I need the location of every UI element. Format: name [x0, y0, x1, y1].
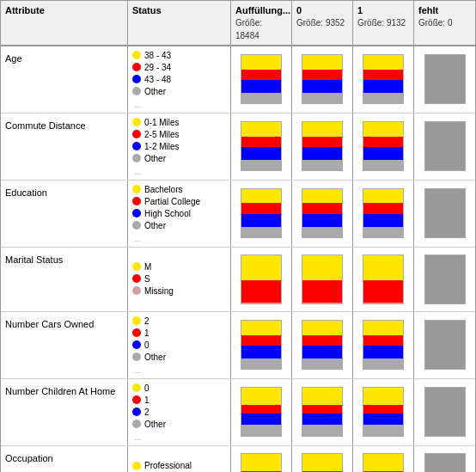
cell-fehlt — [414, 113, 475, 180]
cell-attribute: Age — [1, 46, 128, 113]
status-item: 0-1 Miles — [132, 117, 226, 128]
status-dot — [132, 420, 141, 428]
cell-fehlt — [414, 312, 475, 378]
cell-bar-0 — [231, 379, 292, 445]
status-label: Other — [144, 220, 166, 231]
cell-status: 0 1 2 Other ... — [128, 379, 231, 445]
status-label: Missing — [144, 285, 174, 297]
status-label: 0-1 Miles — [144, 117, 180, 128]
status-item: Other — [132, 86, 226, 97]
status-item: 2 — [132, 407, 226, 418]
cell-bar-2 — [353, 312, 414, 378]
status-dot — [132, 340, 141, 349]
cell-bar-2 — [353, 379, 414, 445]
cell-bar-1 — [292, 181, 353, 247]
status-item: Other — [132, 352, 226, 363]
status-item: Other — [132, 220, 226, 231]
status-label: 0 — [144, 340, 150, 351]
status-dot — [132, 130, 141, 138]
cell-status: 0-1 Miles 2-5 Miles 1-2 Miles Other ... — [128, 113, 231, 180]
cell-bar-0 — [231, 312, 292, 378]
status-dot — [132, 142, 141, 150]
cell-status: 2 1 0 Other ... — [128, 312, 231, 378]
status-dot — [132, 328, 141, 337]
main-table: Attribute Status Auffüllung... Größe: 18… — [0, 0, 476, 472]
status-label: 1 — [144, 328, 150, 339]
status-dot — [132, 197, 141, 205]
status-item: 43 - 48 — [132, 74, 226, 85]
status-label: Other — [144, 153, 166, 164]
header-col-1: 1 Größe: 9132 — [353, 1, 414, 45]
cell-fehlt — [414, 446, 475, 472]
cell-attribute: Commute Distance — [1, 113, 128, 180]
status-label: 29 - 34 — [144, 62, 171, 73]
status-dot — [132, 221, 141, 230]
status-label: 2 — [144, 316, 150, 327]
status-item: 2-5 Miles — [132, 129, 226, 140]
cell-bar-1 — [292, 379, 353, 445]
status-label: 2-5 Miles — [144, 129, 180, 140]
status-item: 0 — [132, 340, 226, 351]
status-dot — [132, 63, 141, 71]
cell-bar-2 — [353, 113, 414, 180]
table-row: Commute Distance 0-1 Miles 2-5 Miles 1-2… — [1, 113, 475, 181]
cell-bar-0 — [231, 248, 292, 311]
status-label: S — [144, 273, 150, 285]
table-row: Marital Status M S Missing — [1, 248, 475, 312]
cell-bar-1 — [292, 113, 353, 180]
header-status: Status — [128, 1, 231, 45]
status-label: 2 — [144, 407, 150, 418]
status-label: Professional — [144, 460, 192, 471]
status-item: 1-2 Miles — [132, 141, 226, 152]
status-dot — [132, 274, 141, 283]
header-col-auffuellung: Auffüllung... Größe: 18484 — [231, 1, 292, 45]
cell-bar-0 — [231, 113, 292, 180]
table-row: Education Bachelors Partial College High… — [1, 181, 475, 248]
cell-bar-1 — [292, 248, 353, 311]
status-label: 43 - 48 — [144, 74, 171, 85]
cell-bar-2 — [353, 46, 414, 113]
status-dot — [132, 383, 141, 392]
status-label: Other — [144, 352, 166, 363]
ellipsis: ... — [132, 234, 226, 243]
status-label: High School — [144, 208, 191, 219]
ellipsis: ... — [132, 100, 226, 109]
status-label: Partial College — [144, 196, 200, 207]
cell-attribute: Marital Status — [1, 248, 128, 311]
status-dot — [132, 262, 141, 271]
status-item: 38 - 43 — [132, 50, 226, 61]
status-item: S — [132, 273, 226, 285]
header-row: Attribute Status Auffüllung... Größe: 18… — [1, 1, 475, 46]
status-label: Other — [144, 86, 166, 97]
status-item: 1 — [132, 328, 226, 339]
status-dot — [132, 75, 141, 83]
cell-fehlt — [414, 248, 475, 311]
ellipsis: ... — [132, 365, 226, 375]
cell-bar-1 — [292, 312, 353, 378]
status-dot — [132, 87, 141, 95]
status-label: Bachelors — [144, 184, 182, 195]
status-label: 0 — [144, 383, 150, 394]
header-attribute: Attribute — [1, 1, 128, 45]
status-dot — [132, 286, 141, 295]
header-col-0: 0 Größe: 9352 — [292, 1, 353, 45]
status-item: 2 — [132, 316, 226, 327]
status-dot — [132, 154, 141, 162]
cell-fehlt — [414, 379, 475, 445]
cell-bar-2 — [353, 248, 414, 311]
table-row: Occupation Professional Skilled Manual M… — [1, 446, 475, 472]
status-label: 1-2 Miles — [144, 141, 180, 152]
status-item: Missing — [132, 285, 226, 297]
table-row: Number Cars Owned 2 1 0 Other ... — [1, 312, 475, 379]
status-item: M — [132, 261, 226, 273]
status-item: Bachelors — [132, 184, 226, 195]
ellipsis: ... — [132, 167, 226, 176]
cell-status: 38 - 43 29 - 34 43 - 48 Other ... — [128, 46, 231, 113]
status-item: Other — [132, 419, 226, 430]
status-dot — [132, 408, 141, 416]
status-label: 38 - 43 — [144, 50, 171, 61]
cell-attribute: Occupation — [1, 446, 128, 472]
cell-bar-0 — [231, 446, 292, 472]
cell-status: Professional Skilled Manual Management — [128, 446, 231, 472]
status-dot — [132, 395, 141, 404]
